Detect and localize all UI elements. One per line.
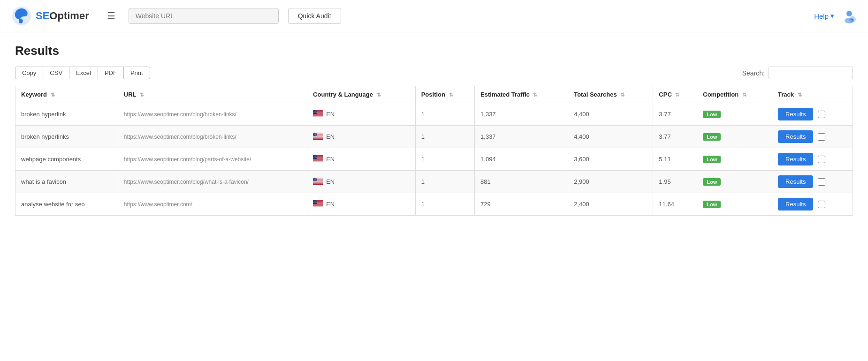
cell-searches: 3,600: [568, 148, 653, 171]
print-button[interactable]: Print: [123, 67, 150, 79]
col-keyword[interactable]: Keyword ⇅: [15, 86, 118, 103]
sort-icon-position: ⇅: [449, 92, 453, 98]
svg-rect-102: [313, 205, 323, 205]
url-input[interactable]: [129, 8, 279, 24]
cell-url: https://www.seoptimer.com/blog/what-is-a…: [118, 171, 307, 193]
sort-icon-keyword: ⇅: [51, 92, 55, 98]
svg-rect-103: [313, 205, 323, 206]
cell-searches: 2,400: [568, 193, 653, 216]
logo-area: SEOptimer: [11, 6, 89, 26]
page-title: Results: [15, 44, 853, 58]
table-row: what is a favicon https://www.seoptimer.…: [15, 171, 853, 193]
cell-url: https://www.seoptimer.com/: [118, 193, 307, 216]
table-row: broken hyperlinks https://www.seoptimer.…: [15, 126, 853, 148]
flag-icon: ★★★ ★★ ★★★: [313, 200, 323, 209]
col-track[interactable]: Track ⇅: [772, 86, 853, 103]
sort-icon-country: ⇅: [377, 92, 381, 98]
col-cpc[interactable]: CPC ⇅: [653, 86, 697, 103]
competition-badge: Low: [703, 201, 721, 208]
svg-rect-101: [313, 204, 323, 205]
cell-cpc: 11.64: [653, 193, 697, 216]
user-icon[interactable]: +: [842, 8, 857, 23]
cell-keyword: broken hyperlink: [15, 103, 118, 126]
cell-position: 1: [415, 103, 474, 126]
cell-competition: Low: [697, 103, 772, 126]
cell-traffic: 881: [475, 171, 568, 193]
cell-traffic: 1,337: [475, 126, 568, 148]
flag-icon: ★★★ ★★ ★★★: [313, 155, 323, 164]
svg-rect-37: [313, 138, 323, 138]
pdf-button[interactable]: PDF: [98, 67, 124, 79]
cell-keyword: analyse website for seo: [15, 193, 118, 216]
cell-competition: Low: [697, 148, 772, 171]
competition-badge: Low: [703, 156, 721, 163]
col-traffic[interactable]: Estimated Traffic ⇅: [475, 86, 568, 103]
cell-searches: 2,900: [568, 171, 653, 193]
cell-cpc: 5.11: [653, 148, 697, 171]
cell-competition: Low: [697, 171, 772, 193]
cell-position: 1: [415, 171, 474, 193]
search-label: Search:: [742, 69, 765, 77]
cell-competition: Low: [697, 126, 772, 148]
svg-rect-15: [313, 115, 323, 116]
results-button[interactable]: Results: [778, 153, 813, 165]
excel-button[interactable]: Excel: [69, 67, 98, 79]
col-country[interactable]: Country & Language ⇅: [307, 86, 416, 103]
svg-rect-60: [313, 161, 323, 161]
cell-country: ★★★ ★★ ★★★ EN: [307, 103, 416, 126]
track-checkbox[interactable]: [818, 178, 825, 186]
cell-country: ★★★ ★★ ★★★ EN: [307, 148, 416, 171]
competition-badge: Low: [703, 133, 721, 141]
col-competition[interactable]: Competition ⇅: [697, 86, 772, 103]
svg-rect-79: [313, 182, 323, 182]
svg-text:+: +: [851, 17, 853, 22]
svg-rect-12: [313, 114, 323, 114]
logo-text: SEOptimer: [36, 10, 89, 22]
sort-icon-url: ⇅: [140, 92, 144, 98]
track-checkbox[interactable]: [818, 156, 825, 163]
sort-icon-cpc: ⇅: [675, 92, 679, 98]
svg-rect-58: [313, 160, 323, 160]
results-button[interactable]: Results: [778, 130, 813, 143]
cell-country: ★★★ ★★ ★★★ EN: [307, 126, 416, 148]
svg-rect-100: [313, 204, 323, 204]
cell-track: Results: [772, 148, 853, 171]
cell-searches: 4,400: [568, 103, 653, 126]
svg-rect-56: [313, 159, 323, 159]
col-searches[interactable]: Total Searches ⇅: [568, 86, 653, 103]
results-button[interactable]: Results: [778, 108, 813, 120]
cell-cpc: 1.95: [653, 171, 697, 193]
copy-button[interactable]: Copy: [15, 67, 43, 79]
svg-rect-13: [313, 114, 323, 115]
search-area: Search:: [742, 67, 853, 79]
cell-cpc: 3.77: [653, 126, 697, 148]
cell-keyword: webpage components: [15, 148, 118, 171]
cell-url: https://www.seoptimer.com/blog/broken-li…: [118, 103, 307, 126]
results-button[interactable]: Results: [778, 175, 813, 188]
cell-traffic: 729: [475, 193, 568, 216]
cell-position: 1: [415, 126, 474, 148]
cell-url: https://www.seoptimer.com/blog/parts-of-…: [118, 148, 307, 171]
col-url[interactable]: URL ⇅: [118, 86, 307, 103]
cell-track: Results: [772, 103, 853, 126]
sort-icon-competition: ⇅: [742, 92, 746, 98]
results-button[interactable]: Results: [778, 198, 813, 211]
table-row: broken hyperlink https://www.seoptimer.c…: [15, 103, 853, 126]
cell-position: 1: [415, 193, 474, 216]
cell-searches: 4,400: [568, 126, 653, 148]
header: SEOptimer ☰ Quick Audit Help ▾ +: [0, 0, 868, 32]
csv-button[interactable]: CSV: [43, 67, 69, 79]
track-checkbox[interactable]: [818, 111, 825, 118]
track-checkbox[interactable]: [818, 201, 825, 208]
hamburger-menu[interactable]: ☰: [103, 8, 119, 23]
table-header-row: Keyword ⇅ URL ⇅ Country & Language ⇅ Pos…: [15, 86, 853, 103]
sort-icon-traffic: ⇅: [533, 92, 537, 98]
svg-rect-82: [313, 183, 323, 184]
col-position[interactable]: Position ⇅: [415, 86, 474, 103]
main-content: Results Copy CSV Excel PDF Print Search:…: [0, 32, 868, 227]
help-button[interactable]: Help ▾: [814, 12, 834, 20]
quick-audit-button[interactable]: Quick Audit: [288, 8, 341, 24]
track-checkbox[interactable]: [818, 133, 825, 141]
search-input[interactable]: [769, 67, 853, 79]
svg-rect-35: [313, 137, 323, 137]
